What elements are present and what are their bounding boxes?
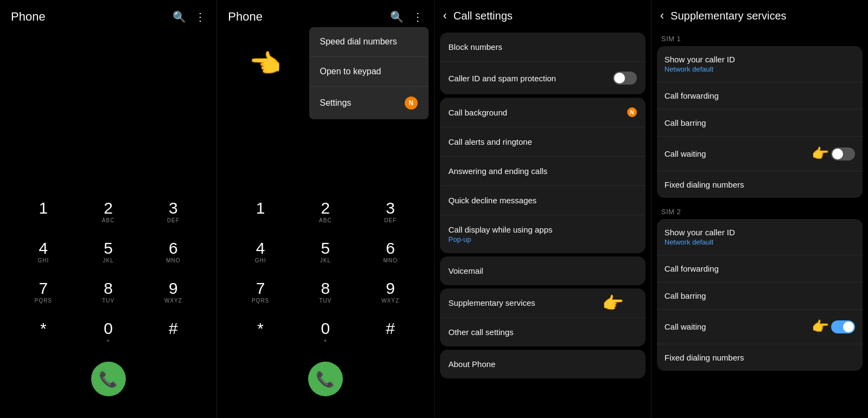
- about-phone-label: About Phone: [449, 359, 496, 369]
- sim1-caller-id[interactable]: Show your caller ID Network default: [657, 46, 863, 82]
- call-button-2[interactable]: 📞: [308, 362, 343, 396]
- key2-*[interactable]: *: [228, 313, 293, 353]
- call-display-sub: Pop-up: [449, 235, 553, 243]
- key-2[interactable]: 2ABC: [76, 192, 141, 233]
- key-*[interactable]: *: [11, 313, 76, 353]
- voicemail-label: Voicemail: [449, 266, 483, 275]
- open-keypad-label: Open to keypad: [320, 67, 381, 76]
- sim1-call-barring-label: Call barring: [665, 118, 706, 127]
- toggle-knob: [614, 73, 625, 83]
- dialer-header-2: Phone 🔍 ⋮: [217, 0, 433, 29]
- keypad-grid-2: 12ABC3DEF4GHI5JKL6MNO7PQRS8TUV9WXYZ*0+#: [217, 192, 433, 353]
- menu-item-open-keypad[interactable]: Open to keypad: [309, 57, 429, 87]
- search-icon-2[interactable]: 🔍: [390, 10, 404, 23]
- key2-2[interactable]: 2ABC: [293, 192, 358, 233]
- menu-item-speed-dial[interactable]: Speed dial numbers: [309, 27, 429, 57]
- toggle-knob-cw1: [832, 149, 843, 159]
- key2-7[interactable]: 7PQRS: [228, 273, 293, 313]
- key-6[interactable]: 6MNO: [141, 233, 206, 273]
- settings-item-call-display[interactable]: Call display while using apps Pop-up: [440, 215, 646, 253]
- settings-item-other-call[interactable]: Other call settings: [440, 318, 646, 346]
- key-7[interactable]: 7PQRS: [11, 273, 76, 313]
- settings-item-caller-id[interactable]: Caller ID and spam protection: [440, 62, 646, 94]
- call-button-1[interactable]: 📞: [91, 362, 126, 396]
- sim2-call-waiting-label: Call waiting: [665, 322, 706, 331]
- sim2-call-forwarding[interactable]: Call forwarding: [657, 255, 863, 282]
- sim2-caller-id-sub: Network default: [665, 238, 735, 246]
- sim2-fixed-dialing[interactable]: Fixed dialing numbers: [657, 344, 863, 371]
- supp-group-sim2: Show your caller ID Network default Call…: [657, 219, 863, 371]
- key2-5[interactable]: 5JKL: [293, 233, 358, 273]
- sim2-caller-id[interactable]: Show your caller ID Network default: [657, 219, 863, 255]
- pointer-finger-supp: 👉: [602, 293, 624, 313]
- sim1-fixed-dialing[interactable]: Fixed dialing numbers: [657, 171, 863, 198]
- settings-item-call-background[interactable]: Call background N: [440, 98, 646, 127]
- sim1-call-barring[interactable]: Call barring: [657, 110, 863, 137]
- answering-label: Answering and ending calls: [449, 166, 548, 176]
- sim2-fixed-dialing-label: Fixed dialing numbers: [665, 353, 744, 362]
- notification-badge: N: [405, 97, 418, 110]
- pointer-finger-cw1: 👉: [812, 145, 829, 162]
- sim1-call-waiting-toggle[interactable]: [831, 147, 855, 160]
- key-9[interactable]: 9WXYZ: [141, 273, 206, 313]
- sim1-fixed-dialing-label: Fixed dialing numbers: [665, 180, 744, 189]
- key2-4[interactable]: 4GHI: [228, 233, 293, 273]
- panel-1-dialer: Phone 🔍 ⋮ 12ABC3DEF4GHI5JKL6MNO7PQRS8TUV…: [0, 0, 217, 418]
- panel-2-dialer-menu: Phone 🔍 ⋮ Speed dial numbers Open to key…: [217, 0, 434, 418]
- sim1-call-waiting[interactable]: Call waiting 👉: [657, 137, 863, 171]
- key-4[interactable]: 4GHI: [11, 233, 76, 273]
- key-8[interactable]: 8TUV: [76, 273, 141, 313]
- sim1-call-forwarding[interactable]: Call forwarding: [657, 82, 863, 110]
- settings-item-quick-decline[interactable]: Quick decline messages: [440, 186, 646, 215]
- dialer-title-2: Phone: [228, 10, 263, 24]
- back-button[interactable]: ‹: [443, 9, 447, 23]
- quick-decline-label: Quick decline messages: [449, 196, 537, 205]
- key-5[interactable]: 5JKL: [76, 233, 141, 273]
- settings-item-block-numbers[interactable]: Block numbers: [440, 33, 646, 62]
- dialer-icons-1: 🔍 ⋮: [173, 10, 206, 23]
- supp-title: Supplementary services: [671, 10, 786, 22]
- key2-3[interactable]: 3DEF: [358, 192, 423, 233]
- sim1-caller-id-label: Show your caller ID: [665, 55, 735, 64]
- key-3[interactable]: 3DEF: [141, 192, 206, 233]
- settings-list: Block numbers Caller ID and spam protect…: [435, 29, 651, 418]
- more-options-icon[interactable]: ⋮: [195, 10, 206, 23]
- sim2-call-barring[interactable]: Call barring: [657, 282, 863, 310]
- settings-item-about-phone[interactable]: About Phone: [440, 350, 646, 378]
- more-options-icon-2[interactable]: ⋮: [412, 10, 423, 23]
- sim1-call-waiting-label: Call waiting: [665, 149, 706, 158]
- speed-dial-label: Speed dial numbers: [320, 37, 397, 47]
- dialer-icons-2: 🔍 ⋮: [390, 10, 423, 23]
- key2-6[interactable]: 6MNO: [358, 233, 423, 273]
- supp-back-button[interactable]: ‹: [660, 9, 664, 23]
- key-#[interactable]: #: [141, 313, 206, 353]
- key2-0[interactable]: 0+: [293, 313, 358, 353]
- key2-#[interactable]: #: [358, 313, 423, 353]
- key2-8[interactable]: 8TUV: [293, 273, 358, 313]
- settings-label: Settings: [320, 98, 352, 108]
- settings-title: Call settings: [454, 10, 513, 22]
- caller-id-toggle[interactable]: [613, 72, 637, 85]
- dialer-header-1: Phone 🔍 ⋮: [0, 0, 216, 29]
- supplementary-label: Supplementary services: [449, 298, 535, 307]
- key-1[interactable]: 1: [11, 192, 76, 233]
- settings-header: ‹ Call settings: [435, 0, 651, 29]
- settings-item-call-alerts[interactable]: Call alerts and ringtone: [440, 127, 646, 157]
- call-display-label: Call display while using apps: [449, 225, 553, 234]
- search-icon[interactable]: 🔍: [173, 10, 186, 23]
- sim2-call-waiting[interactable]: Call waiting 👉: [657, 310, 863, 344]
- block-numbers-label: Block numbers: [449, 42, 502, 52]
- sim2-call-waiting-toggle[interactable]: [831, 320, 855, 333]
- menu-item-settings[interactable]: Settings N: [309, 87, 429, 119]
- settings-item-answering[interactable]: Answering and ending calls: [440, 157, 646, 186]
- sim1-caller-id-sub: Network default: [665, 65, 735, 73]
- key-0[interactable]: 0+: [76, 313, 141, 353]
- settings-item-voicemail[interactable]: Voicemail: [440, 256, 646, 285]
- sim2-call-barring-label: Call barring: [665, 291, 706, 300]
- sim1-call-forwarding-label: Call forwarding: [665, 91, 719, 100]
- key2-1[interactable]: 1: [228, 192, 293, 233]
- call-bg-badge: N: [627, 107, 637, 117]
- call-background-label: Call background: [449, 108, 507, 117]
- settings-item-supplementary[interactable]: Supplementary services 👉: [440, 288, 646, 318]
- key2-9[interactable]: 9WXYZ: [358, 273, 423, 313]
